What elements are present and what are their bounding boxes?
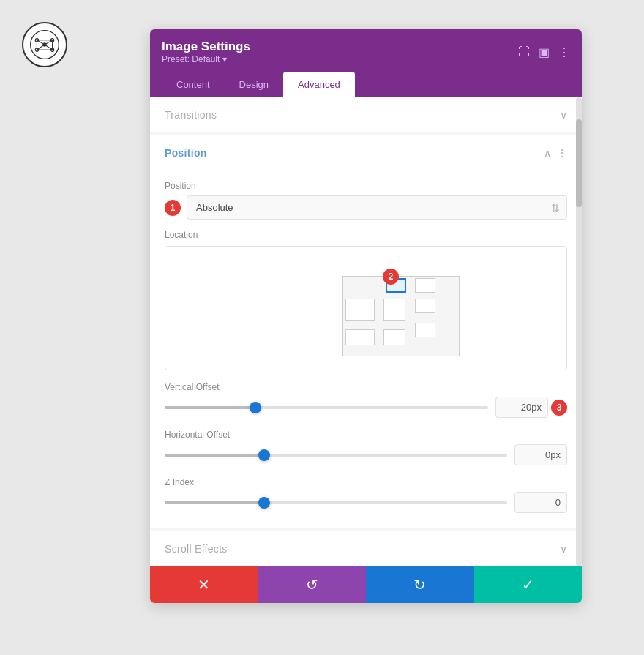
redo-button[interactable]: ↻	[366, 566, 474, 603]
horizontal-offset-input[interactable]	[514, 444, 567, 465]
transitions-section: Transitions ∨	[150, 97, 582, 132]
tabs: Content Design Advanced	[162, 72, 570, 97]
position-section: Position ∧ ⋮ Position 1 Absolute Default	[150, 135, 582, 528]
vertical-offset-fill	[165, 406, 255, 409]
grid-cell-4[interactable]	[415, 299, 435, 313]
badge-3: 3	[551, 400, 567, 416]
horizontal-offset-slider-wrapper	[165, 444, 567, 465]
grid-cell-3[interactable]	[383, 299, 405, 321]
z-index-slider-wrapper	[165, 492, 567, 513]
position-collapse-icon[interactable]: ∧	[544, 147, 551, 159]
scroll-effects-title: Scroll Effects	[165, 543, 228, 555]
grid-cell-7[interactable]	[415, 323, 435, 337]
grid-cell-5[interactable]	[345, 329, 375, 345]
position-label: Position	[165, 181, 567, 191]
transitions-chevron-icon: ∨	[560, 109, 567, 121]
badge-2-wrapper: 2	[383, 269, 399, 285]
z-index-value-group	[514, 492, 567, 513]
panel-header-icons: ⛶ ▣ ⋮	[518, 45, 570, 59]
grid-outer: 2	[342, 276, 460, 356]
position-section-header[interactable]: Position ∧ ⋮	[150, 135, 582, 171]
z-index-thumb[interactable]	[258, 497, 270, 509]
scrollbar-track[interactable]	[576, 97, 582, 566]
badge-1: 1	[165, 200, 181, 216]
cancel-button[interactable]: ✕	[150, 566, 258, 603]
horizontal-offset-thumb[interactable]	[258, 449, 270, 461]
fullscreen-icon[interactable]: ⛶	[518, 45, 530, 59]
location-grid: 2	[342, 276, 460, 356]
horizontal-offset-row: Horizontal Offset	[165, 430, 567, 465]
location-label: Location	[165, 230, 567, 240]
grid-cell-1[interactable]	[415, 278, 435, 293]
panel-title: Image Settings	[162, 40, 250, 54]
position-fields: Position 1 Absolute Default Fixed Relati…	[150, 181, 582, 528]
scroll-effects-chevron-icon: ∨	[560, 543, 567, 555]
settings-panel: Image Settings Preset: Default ▾ ⛶ ▣ ⋮ C…	[150, 29, 582, 603]
panel-preset[interactable]: Preset: Default ▾	[162, 54, 250, 64]
scroll-effects-section: Scroll Effects ∨	[150, 531, 582, 566]
panel-header-top: Image Settings Preset: Default ▾ ⛶ ▣ ⋮	[162, 40, 570, 64]
vertical-offset-label: Vertical Offset	[165, 382, 567, 392]
horizontal-offset-label: Horizontal Offset	[165, 430, 567, 440]
location-grid-container[interactable]: 2	[165, 246, 567, 370]
scroll-effects-header[interactable]: Scroll Effects ∨	[150, 531, 582, 566]
position-dropdown-wrapper: 1 Absolute Default Fixed Relative ⇅	[165, 195, 567, 220]
horizontal-offset-track[interactable]	[165, 454, 507, 457]
tab-design[interactable]: Design	[225, 72, 283, 97]
vertical-offset-input[interactable]	[495, 397, 548, 418]
badge-2: 2	[383, 269, 399, 285]
svg-line-6	[37, 40, 45, 45]
transitions-section-title: Transitions	[165, 109, 217, 121]
layout-icon[interactable]: ▣	[539, 45, 550, 59]
vertical-offset-slider-wrapper: 3	[165, 397, 567, 418]
tab-advanced[interactable]: Advanced	[283, 72, 355, 97]
horizontal-offset-fill	[165, 454, 264, 457]
vertical-offset-thumb[interactable]	[250, 402, 261, 413]
position-section-title: Position	[165, 147, 207, 159]
tab-content[interactable]: Content	[162, 72, 225, 97]
logo-icon	[29, 29, 61, 61]
scrollbar-thumb[interactable]	[576, 119, 582, 207]
horizontal-offset-value-group	[514, 444, 567, 465]
vertical-offset-row: Vertical Offset 3	[165, 382, 567, 418]
svg-line-8	[37, 45, 45, 50]
svg-line-9	[45, 45, 53, 50]
position-select[interactable]: Absolute Default Fixed Relative	[187, 195, 567, 220]
logo	[22, 22, 67, 67]
svg-line-7	[45, 40, 53, 45]
position-more-icon[interactable]: ⋮	[557, 147, 567, 159]
panel-footer: ✕ ↺ ↻ ✓	[150, 566, 582, 603]
page-wrapper: Image Settings Preset: Default ▾ ⛶ ▣ ⋮ C…	[0, 0, 644, 655]
panel-body: Transitions ∨ Position ∧ ⋮ Position	[150, 97, 582, 566]
z-index-input[interactable]	[514, 492, 567, 513]
grid-cell-6[interactable]	[383, 329, 405, 345]
vertical-offset-value-group: 3	[495, 397, 567, 418]
panel-title-group: Image Settings Preset: Default ▾	[162, 40, 250, 64]
save-button[interactable]: ✓	[474, 566, 583, 603]
z-index-row: Z Index	[165, 477, 567, 513]
grid-cell-2[interactable]	[345, 299, 375, 321]
position-section-icons: ∧ ⋮	[544, 147, 567, 159]
reset-button[interactable]: ↺	[258, 566, 367, 603]
z-index-fill	[165, 501, 264, 504]
panel-header: Image Settings Preset: Default ▾ ⛶ ▣ ⋮ C…	[150, 29, 582, 97]
z-index-track[interactable]	[165, 501, 507, 504]
vertical-offset-track[interactable]	[165, 406, 488, 409]
more-options-icon[interactable]: ⋮	[558, 45, 570, 59]
z-index-label: Z Index	[165, 477, 567, 487]
transitions-section-header[interactable]: Transitions ∨	[150, 97, 582, 132]
